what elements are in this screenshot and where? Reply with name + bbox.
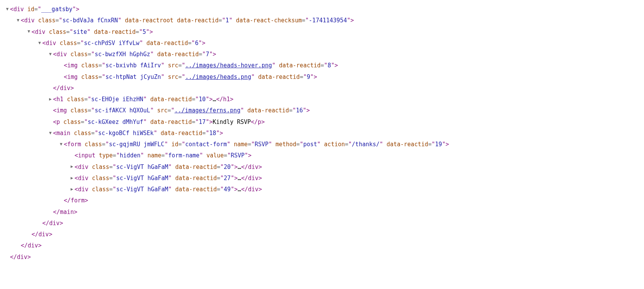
dom-tree-row[interactable]: <main class="sc-kgoBCf hiWSEk" data-reac… xyxy=(2,128,642,139)
attr-name[interactable]: src xyxy=(157,107,168,114)
attr-value[interactable]: ___gatsby xyxy=(41,6,72,13)
dom-tree-row[interactable]: </div> xyxy=(2,83,642,94)
dom-tree-row[interactable]: </div> xyxy=(2,240,642,251)
attr-name[interactable]: data-reactid xyxy=(157,51,199,58)
dom-tree-row[interactable]: <div class="sc-chPdSV iYfvLw" data-react… xyxy=(2,38,642,49)
attr-name[interactable]: class xyxy=(38,17,55,24)
attr-name[interactable]: name xyxy=(234,141,248,148)
chevron-down-icon[interactable] xyxy=(58,140,64,148)
attr-value-link[interactable]: ../images/ferns.png xyxy=(174,107,241,114)
attr-name[interactable]: class xyxy=(63,119,81,125)
attr-name[interactable]: type xyxy=(99,152,113,159)
attr-value-link[interactable]: ../images/heads.png xyxy=(185,74,251,80)
attr-value[interactable]: hidden xyxy=(120,152,140,159)
attr-value[interactable]: sc-kgoBCf hiWSEk xyxy=(98,130,154,137)
attr-value[interactable]: 20 xyxy=(224,164,231,170)
attr-name[interactable]: class xyxy=(92,175,109,182)
dom-tree-row[interactable]: </div> xyxy=(2,218,642,229)
attr-value[interactable]: form-name xyxy=(168,152,199,159)
attr-name[interactable]: class xyxy=(74,130,91,137)
attr-value[interactable]: 1 xyxy=(226,17,229,24)
attr-name[interactable]: name xyxy=(148,152,161,159)
attr-name[interactable]: class xyxy=(81,62,98,69)
attr-name[interactable]: src xyxy=(168,62,178,69)
attr-name[interactable]: id xyxy=(27,6,34,13)
attr-name[interactable]: data-reactid xyxy=(258,74,300,80)
dom-tree-row[interactable]: <div class="sc-VigVT hGaFaM" data-reacti… xyxy=(2,162,642,173)
dom-tree-row[interactable]: <div id="___gatsby"> xyxy=(2,4,642,15)
dom-tree-row[interactable]: <input type="hidden" name="form-name" va… xyxy=(2,150,642,161)
dom-tree-row[interactable]: </div> xyxy=(2,229,642,240)
attr-name[interactable]: data-react-checksum xyxy=(236,17,302,24)
attr-name[interactable]: class xyxy=(92,164,109,170)
attr-value[interactable]: 19 xyxy=(435,141,442,148)
attr-value[interactable]: sc-htpNat jCyuZn xyxy=(105,74,161,80)
chevron-down-icon[interactable] xyxy=(37,39,42,47)
attr-value[interactable]: sc-chPdSV iYfvLw xyxy=(84,40,139,47)
attr-value-link[interactable]: ../images/heads-hover.png xyxy=(185,62,272,69)
attr-name[interactable]: class xyxy=(92,186,109,193)
attr-name[interactable]: data-reactid xyxy=(150,119,192,125)
attr-value[interactable]: RSVP xyxy=(255,141,269,148)
attr-name[interactable]: data-reactid xyxy=(146,40,188,47)
chevron-down-icon[interactable] xyxy=(26,27,32,35)
chevron-down-icon[interactable] xyxy=(48,50,53,58)
attr-name[interactable]: data-reactid xyxy=(161,130,202,137)
chevron-right-icon[interactable] xyxy=(69,162,75,170)
attr-name[interactable]: data-reactid xyxy=(279,62,320,69)
attr-value[interactable]: 5 xyxy=(143,28,146,35)
attr-value[interactable]: 18 xyxy=(209,130,216,137)
attr-value[interactable]: sc-gqjmRU jmWFLC xyxy=(109,141,164,148)
attr-name[interactable]: class xyxy=(70,107,88,114)
attr-name[interactable]: value xyxy=(206,152,224,159)
attr-name[interactable]: data-reactid xyxy=(175,186,217,193)
attr-value[interactable]: 16 xyxy=(296,107,303,114)
attr-name[interactable]: data-reactid xyxy=(175,175,217,182)
chevron-right-icon[interactable] xyxy=(69,174,75,182)
dom-tree-row[interactable]: </div> xyxy=(2,252,642,263)
attr-value[interactable]: -1741143954 xyxy=(309,17,347,24)
attr-value[interactable]: sc-VigVT hGaFaM xyxy=(116,175,168,182)
attr-name[interactable]: data-reactid xyxy=(150,96,192,103)
attr-name[interactable]: id xyxy=(171,141,178,148)
attr-name[interactable]: data-reactid xyxy=(387,141,428,148)
attr-value[interactable]: sc-EHOje iEhzHN xyxy=(91,96,143,103)
attr-name[interactable]: data-reactid xyxy=(247,107,289,114)
attr-value[interactable]: post xyxy=(303,141,317,148)
attr-name[interactable]: data-reactid xyxy=(177,17,218,24)
attr-value[interactable]: sc-bdVaJa fCnxRN xyxy=(62,17,118,24)
dom-tree-row[interactable]: <img class="sc-bxivhb fAiIrv" src="../im… xyxy=(2,60,642,71)
chevron-down-icon[interactable] xyxy=(15,16,21,24)
attr-name[interactable]: data-reactid xyxy=(175,164,217,170)
dom-tree-row[interactable]: </form> xyxy=(2,195,642,206)
attr-value[interactable]: sc-ifAKCX hQXOuL xyxy=(95,107,150,114)
attr-name[interactable]: action xyxy=(324,141,345,148)
dom-tree-row[interactable]: <div class="sc-bdVaJa fCnxRN" data-react… xyxy=(2,15,642,26)
attr-value[interactable]: 49 xyxy=(224,186,231,193)
dom-tree-row[interactable]: <div class="sc-VigVT hGaFaM" data-reacti… xyxy=(2,184,642,195)
chevron-down-icon[interactable] xyxy=(48,129,53,137)
chevron-down-icon[interactable] xyxy=(5,5,10,13)
attr-name[interactable]: data-reactroot xyxy=(125,17,173,24)
attr-name[interactable]: class xyxy=(49,28,66,35)
attr-value[interactable]: sc-kGXeez dMhYuf xyxy=(88,119,143,125)
attr-value[interactable]: contact-form xyxy=(185,141,227,148)
dom-tree-row[interactable]: <div class="sc-VigVT hGaFaM" data-reacti… xyxy=(2,173,642,184)
attr-value[interactable]: 17 xyxy=(199,119,206,125)
attr-name[interactable]: class xyxy=(70,51,88,58)
dom-tree-row[interactable]: <img class="sc-ifAKCX hQXOuL" src="../im… xyxy=(2,105,642,116)
dom-tree-row[interactable]: <div class="sc-bwzfXH hGphGz" data-react… xyxy=(2,49,642,60)
dom-tree-row[interactable]: <form class="sc-gqjmRU jmWFLC" id="conta… xyxy=(2,139,642,150)
attr-name[interactable]: class xyxy=(60,40,77,47)
attr-value[interactable]: 27 xyxy=(224,175,231,182)
dom-tree-row[interactable]: <div class="site" data-reactid="5"> xyxy=(2,27,642,38)
dom-tree-row[interactable]: <p class="sc-kGXeez dMhYuf" data-reactid… xyxy=(2,117,642,128)
attr-name[interactable]: data-reactid xyxy=(94,28,136,35)
attr-value[interactable]: sc-VigVT hGaFaM xyxy=(116,186,168,193)
chevron-right-icon[interactable] xyxy=(69,185,75,193)
attr-name[interactable]: src xyxy=(168,74,178,80)
attr-name[interactable]: class xyxy=(85,141,102,148)
attr-value[interactable]: 10 xyxy=(199,96,206,103)
attr-value[interactable]: /thanks/ xyxy=(352,141,380,148)
attr-value[interactable]: site xyxy=(73,28,87,35)
